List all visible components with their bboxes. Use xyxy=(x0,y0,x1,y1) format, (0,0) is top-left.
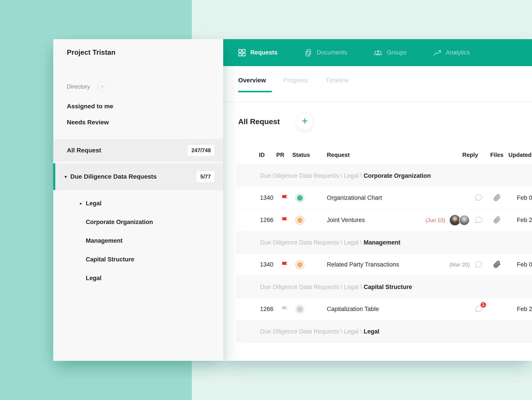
nav-item-requests[interactable]: Requests xyxy=(237,48,278,57)
sidebar-item-needs-review[interactable]: Needs Review xyxy=(67,114,223,130)
directory-label: Directory xyxy=(67,83,90,90)
paperclip-icon[interactable] xyxy=(493,260,501,269)
chevron-right-icon: ▸ xyxy=(80,201,82,206)
nav-label: Requests xyxy=(250,49,278,56)
request-title[interactable]: Capitalization Table xyxy=(314,306,432,313)
column-header-pr: PR xyxy=(276,152,292,158)
sub-item-label: Corporate Organization xyxy=(86,219,153,226)
reply-due-date: (Mar 20) xyxy=(449,262,470,268)
comment-icon[interactable] xyxy=(474,215,483,225)
tab-timeline[interactable]: Timeline xyxy=(326,77,349,92)
sidebar-item-corporate-organization[interactable]: Corporate Organization xyxy=(53,213,223,231)
request-id: 1266 xyxy=(252,306,276,313)
table-row: 1340 Organizational Chart Feb 07 xyxy=(236,187,532,209)
top-navigation: Requests Documents xyxy=(223,39,532,66)
flag-icon[interactable] xyxy=(281,260,289,269)
updated-date: Feb 07 xyxy=(508,261,532,268)
page-title: All Request xyxy=(238,117,280,126)
reply-cell: 1 xyxy=(432,305,486,314)
status-cell xyxy=(292,262,314,267)
comment-icon[interactable]: 1 xyxy=(474,305,483,314)
updated-date: Feb 07 xyxy=(508,194,532,201)
column-header-files: Files xyxy=(486,152,508,158)
sidebar-item-assigned-to-me[interactable]: Assigned to me xyxy=(67,98,223,114)
unread-count-badge: 1 xyxy=(480,302,487,308)
nav-label: Groups xyxy=(387,49,406,56)
files-cell xyxy=(486,260,508,269)
request-title[interactable]: Joint Ventures xyxy=(314,217,432,224)
request-title[interactable]: Related Party Transactions xyxy=(314,261,432,268)
request-id: 1266 xyxy=(252,217,276,224)
status-cell xyxy=(292,307,314,312)
sidebar-item-management[interactable]: Management xyxy=(53,231,223,250)
group-name: Management xyxy=(364,239,400,246)
paperclip-icon[interactable] xyxy=(493,215,501,225)
tab-overview[interactable]: Overview xyxy=(238,77,266,92)
grid-icon xyxy=(237,48,246,57)
status-dot-orange xyxy=(297,262,303,267)
request-title[interactable]: Organizational Chart xyxy=(314,194,432,201)
paperclip-icon[interactable] xyxy=(493,193,501,203)
reply-due-date: (Jun 10) xyxy=(425,217,445,223)
analytics-icon xyxy=(433,48,442,57)
avatar xyxy=(450,215,460,226)
comment-icon[interactable] xyxy=(474,193,483,203)
nav-item-analytics[interactable]: Analytics xyxy=(433,48,470,57)
status-cell xyxy=(292,218,314,223)
group-path: Due Diligence Data Requests \ Legal \ xyxy=(260,284,364,290)
all-request-label: All Request xyxy=(67,147,101,154)
add-request-button[interactable]: + xyxy=(296,113,314,130)
group-name: Corporate Organization xyxy=(364,172,431,179)
updated-date: Feb 25 xyxy=(508,306,532,313)
tab-progress[interactable]: Progress xyxy=(283,77,308,92)
reply-cell: (Jun 10) xyxy=(432,215,486,226)
priority-cell xyxy=(276,194,292,203)
column-header-id: ID xyxy=(252,152,276,158)
add-directory-button[interactable]: + xyxy=(97,81,107,92)
priority-cell xyxy=(276,216,292,225)
sidebar-item-legal-2[interactable]: Legal xyxy=(53,269,223,287)
comment-icon[interactable] xyxy=(474,260,483,269)
reply-cell xyxy=(432,193,486,203)
nav-item-groups[interactable]: Groups xyxy=(373,48,406,57)
due-diligence-sub-list: ▸ Legal Corporate Organization Managemen… xyxy=(53,194,223,287)
group-name: Capital Structure xyxy=(364,284,412,290)
flag-icon[interactable] xyxy=(281,194,289,203)
column-header-updated: Updated xyxy=(508,152,532,158)
files-cell xyxy=(486,215,508,225)
main-panel: Requests Documents xyxy=(223,39,532,361)
sidebar-item-capital-structure[interactable]: Capital Structure xyxy=(53,250,223,269)
sidebar-item-all-request[interactable]: All Request 247/748 xyxy=(53,139,223,161)
group-path: Due Diligence Data Requests \ Legal \ xyxy=(260,328,364,335)
priority-cell xyxy=(276,260,292,269)
due-diligence-count-badge: 5/77 xyxy=(196,170,215,183)
all-request-count-badge: 247/748 xyxy=(187,144,215,157)
group-row-legal: Due Diligence Data Requests \ Legal \ Le… xyxy=(236,320,532,343)
assignee-avatars xyxy=(450,215,470,226)
sidebar-item-legal[interactable]: ▸ Legal xyxy=(53,194,223,213)
request-id: 1340 xyxy=(252,194,276,201)
sidebar-item-due-diligence[interactable]: ▾ Due Diligence Data Requests 5/77 xyxy=(53,163,223,190)
project-title: Project Tristan xyxy=(67,49,223,56)
group-name: Legal xyxy=(364,328,379,335)
status-dot-gray xyxy=(297,307,303,312)
status-dot-teal xyxy=(297,195,303,201)
table-row: 1266 Capitalization Table 1 Feb 25 xyxy=(236,298,532,320)
directory-row: Directory + xyxy=(67,81,223,92)
plus-icon: + xyxy=(101,83,104,90)
group-path: Due Diligence Data Requests \ Legal \ xyxy=(260,172,364,179)
nav-item-documents[interactable]: Documents xyxy=(304,48,347,57)
flag-icon[interactable] xyxy=(281,305,289,314)
table-row: 1266 Joint Ventures (Jun 10) xyxy=(236,209,532,231)
flag-icon[interactable] xyxy=(281,216,289,225)
request-id: 1340 xyxy=(252,261,276,268)
sub-item-label: Management xyxy=(86,237,122,244)
updated-date: Feb 25 xyxy=(508,217,532,224)
reply-cell: (Mar 20) xyxy=(432,260,486,269)
column-header-reply: Reply xyxy=(432,152,486,158)
sidebar: Project Tristan Directory + Assigned to … xyxy=(53,39,223,361)
chevron-down-icon: ▾ xyxy=(65,174,67,179)
nav-label: Analytics xyxy=(446,49,470,56)
column-header-request: Request xyxy=(314,152,432,158)
status-dot-orange xyxy=(297,218,303,223)
